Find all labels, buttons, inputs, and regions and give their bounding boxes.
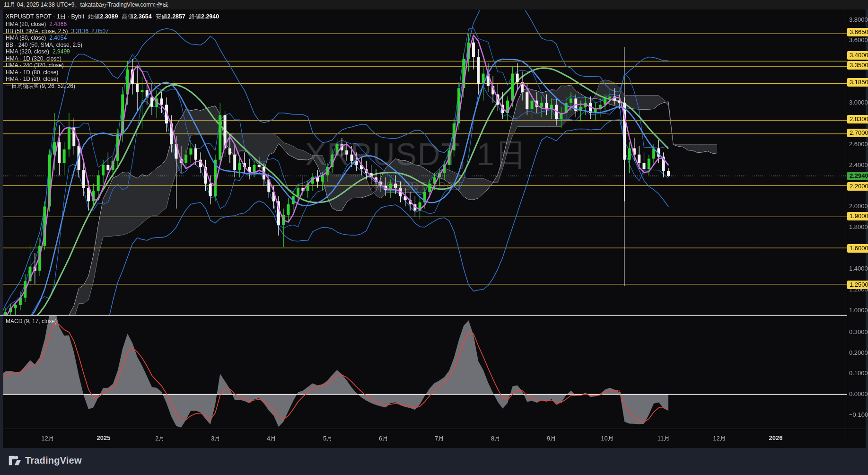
price-tick: 2.4000 — [849, 161, 868, 168]
time-tick: 12月 — [41, 434, 54, 443]
ohlc-label: 終値 — [189, 13, 201, 20]
price-tick: 2.6000 — [849, 141, 868, 148]
price-tick: 1.4000 — [849, 265, 868, 272]
indicator-row[interactable]: HMA (320, close)2.9499 — [6, 48, 219, 55]
watermark: XRPUSDT, 1日 XRPUSDT SPOT — [305, 133, 527, 193]
indicator-label: HMA (320, close) — [6, 48, 49, 55]
time-tick: 10月 — [601, 434, 614, 443]
indicator-value: 2.0507 — [91, 28, 109, 35]
time-tick: 2026 — [769, 434, 783, 441]
ohlc-value: 2.3654 — [133, 13, 151, 20]
price-level-label: 3.6650 — [847, 28, 868, 36]
macd-tick: 0.2000 — [849, 349, 868, 356]
price-tick: 3.0000 — [849, 99, 868, 106]
macd-legend[interactable]: MACD (9, 17, close) — [6, 318, 57, 325]
indicator-row[interactable]: HMA · 1D (320, close) — [6, 55, 219, 62]
ohlc-value: 2.2940 — [201, 13, 219, 20]
tradingview-logo-icon — [9, 454, 21, 467]
time-tick: 12月 — [713, 434, 726, 443]
time-tick: 8月 — [491, 434, 500, 443]
price-tick: 3.6000 — [849, 36, 868, 44]
indicator-row[interactable]: HMA · 240 (320, close) — [6, 62, 219, 69]
indicator-label: HMA (80, close) — [6, 35, 46, 41]
indicator-label: BB · 240 (50, SMA, close, 2.5) — [6, 42, 82, 48]
watermark-symbol: XRPUSDT, 1日 — [305, 133, 527, 176]
indicator-label: HMA (20, close) — [6, 21, 46, 27]
macd-tick: 0.1000 — [849, 369, 868, 377]
price-level-label: 1.2500 — [847, 281, 868, 289]
price-level-label: 2.2000 — [847, 182, 868, 191]
price-tick: 3.8000 — [849, 16, 868, 23]
indicator-label: BB (50, SMA, close, 2.5) — [6, 28, 68, 35]
time-tick: 2月 — [155, 434, 165, 443]
indicator-row[interactable]: HMA (20, close)2.4866 — [6, 21, 219, 28]
indicator-legend: XRPUSDT SPOT · 1日 · Bybit始値2.3089高値2.365… — [6, 13, 219, 89]
tradingview-logo[interactable]: TradingView — [9, 454, 82, 467]
time-tick: 4月 — [267, 434, 276, 443]
time-tick: 3月 — [211, 434, 220, 443]
ohlc-value: 2.2857 — [167, 13, 185, 20]
indicator-label: HMA · 1D (20, close) — [6, 76, 58, 82]
macd-tick: −0.1000 — [849, 411, 868, 418]
ohlc-values: 始値2.3089高値2.3654安値2.2857終値2.2940 — [84, 13, 219, 20]
price-tick: 1.0000 — [849, 307, 868, 314]
indicator-row[interactable]: HMA (80, close)2.4054 — [6, 35, 219, 42]
price-tick: 2.0000 — [849, 202, 868, 210]
symbol-info-row[interactable]: XRPUSDT SPOT · 1日 · Bybit始値2.3089高値2.365… — [6, 13, 219, 21]
price-level-label: 1.9000 — [847, 212, 868, 220]
current-price-label: 2.2940 — [847, 172, 868, 180]
indicator-value: 2.4054 — [49, 35, 67, 41]
indicator-label: HMA · 1D (320, close) — [6, 55, 61, 62]
time-tick: 5月 — [323, 434, 333, 443]
time-tick: 2025 — [97, 434, 111, 441]
indicator-value: 3.3136 — [71, 28, 88, 35]
time-tick: 9月 — [547, 434, 556, 443]
footer-bar: TradingView — [0, 448, 868, 475]
export-info-bar: 11月 04, 2025 14:38 UTC+9、takatabaがTradin… — [0, 0, 868, 9]
indicator-row[interactable]: HMA · 1D (80, close) — [6, 69, 219, 76]
time-tick: 11月 — [658, 434, 670, 443]
indicator-label: 一目均衡表® (9, 26, 52, 26) — [6, 83, 75, 89]
export-info-text: 11月 04, 2025 14:38 UTC+9、takatabaがTradin… — [4, 1, 168, 8]
tradingview-logo-text: TradingView — [25, 455, 82, 466]
price-level-label: 3.3500 — [847, 61, 868, 70]
price-level-label: 3.4000 — [847, 51, 868, 60]
indicator-label: HMA · 1D (80, close) — [6, 69, 58, 76]
indicator-row[interactable]: HMA · 1D (20, close) — [6, 76, 219, 83]
time-tick: 6月 — [379, 434, 388, 443]
indicator-label: HMA · 240 (320, close) — [6, 62, 64, 69]
watermark-subtitle: XRPUSDT SPOT — [305, 180, 527, 193]
price-tick: 1.8000 — [849, 223, 868, 230]
ohlc-label: 高値 — [122, 13, 133, 20]
macd-tick: 0.3000 — [849, 328, 868, 335]
ohlc-label: 始値 — [88, 13, 100, 20]
indicator-row[interactable]: BB · 240 (50, SMA, close, 2.5) — [6, 42, 219, 49]
macd-tick: 0.0000 — [849, 390, 868, 397]
indicator-row[interactable]: 一目均衡表® (9, 26, 52, 26) — [6, 83, 219, 90]
indicator-row[interactable]: BB (50, SMA, close, 2.5)3.31362.0507 — [6, 28, 219, 35]
ohlc-value: 2.3089 — [100, 13, 118, 20]
indicator-value: 2.4866 — [49, 21, 67, 27]
price-level-label: 2.7000 — [847, 129, 868, 137]
price-level-label: 3.1850 — [847, 78, 868, 87]
price-level-label: 2.8300 — [847, 115, 868, 123]
ohlc-label: 安値 — [156, 13, 167, 20]
symbol-title[interactable]: XRPUSDT SPOT · 1日 · Bybit — [6, 13, 84, 20]
price-level-label: 1.6000 — [847, 244, 868, 253]
indicator-value: 2.9499 — [53, 48, 70, 55]
time-tick: 7月 — [435, 434, 444, 443]
